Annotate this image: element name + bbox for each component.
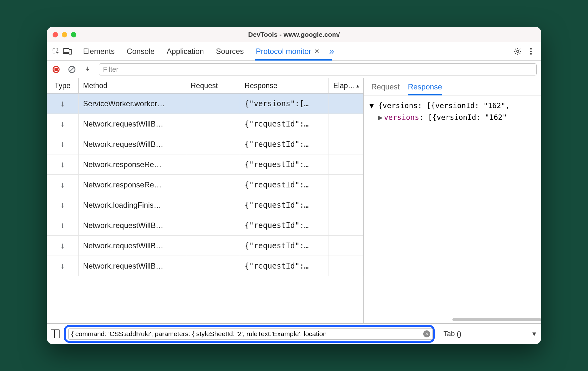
more-menu-icon[interactable] xyxy=(525,48,537,55)
cell-response: {"requestId":… xyxy=(240,114,329,134)
header-request[interactable]: Request xyxy=(186,78,240,93)
svg-point-5 xyxy=(530,48,532,49)
filter-input[interactable] xyxy=(99,63,537,75)
arrow-down-icon: ↓ xyxy=(61,99,65,108)
header-method[interactable]: Method xyxy=(79,78,186,93)
tab-label: Protocol monitor xyxy=(256,47,311,56)
arrow-down-icon: ↓ xyxy=(61,261,65,271)
cell-elapsed xyxy=(329,114,363,134)
clear-input-icon[interactable]: ✕ xyxy=(423,330,430,337)
cell-request xyxy=(186,154,240,174)
horizontal-scrollbar[interactable] xyxy=(364,319,541,323)
caret-right-icon[interactable]: ▶ xyxy=(378,112,384,123)
show-drawer-icon[interactable] xyxy=(51,329,60,338)
tab-application[interactable]: Application xyxy=(165,42,205,60)
maximize-window-button[interactable] xyxy=(71,32,76,37)
cell-method: Network.loadingFinis… xyxy=(79,195,186,215)
cell-request xyxy=(186,134,240,154)
close-window-button[interactable] xyxy=(53,32,58,37)
caret-down-icon[interactable]: ▼ { xyxy=(369,101,383,110)
more-tabs-button[interactable]: » xyxy=(329,46,334,56)
cell-response: {"requestId":… xyxy=(240,175,329,195)
drawer-collapse-icon[interactable]: ▼ xyxy=(531,330,537,338)
cell-type: ↓ xyxy=(47,195,79,215)
tree-key: versions xyxy=(384,113,419,121)
cell-request xyxy=(186,195,240,215)
titlebar: DevTools - www.google.com/ xyxy=(47,27,541,42)
cell-response: {"requestId":… xyxy=(240,154,329,174)
drawer-tab-label: Tab () xyxy=(444,330,461,338)
cell-response: {"requestId":… xyxy=(240,195,329,215)
cell-request xyxy=(186,236,240,256)
cell-method: Network.responseRe… xyxy=(79,175,186,195)
cell-method: Network.requestWillB… xyxy=(79,256,186,276)
minimize-window-button[interactable] xyxy=(62,32,67,37)
header-elapsed[interactable]: Elap…▴ xyxy=(329,78,363,93)
header-response[interactable]: Response xyxy=(240,78,329,93)
cell-method: Network.requestWillB… xyxy=(79,236,186,256)
devtools-window: DevTools - www.google.com/ Elements Cons… xyxy=(47,27,541,344)
cell-type: ↓ xyxy=(47,256,79,276)
cell-method: Network.requestWillB… xyxy=(79,114,186,134)
settings-gear-icon[interactable] xyxy=(512,47,523,55)
svg-rect-1 xyxy=(63,49,69,53)
cell-request xyxy=(186,175,240,195)
table-row[interactable]: ↓Network.requestWillB…{"requestId":… xyxy=(47,134,363,154)
tree-root-line[interactable]: ▼ {versions: [{versionId: "162", xyxy=(369,100,535,112)
download-button[interactable] xyxy=(83,65,93,74)
cell-elapsed xyxy=(329,175,363,195)
cell-request xyxy=(186,256,240,276)
cell-elapsed xyxy=(329,195,363,215)
cell-elapsed xyxy=(329,94,363,114)
tab-protocol-monitor[interactable]: Protocol monitor ✕ xyxy=(255,42,321,60)
table-row[interactable]: ↓Network.requestWillB…{"requestId":… xyxy=(47,215,363,236)
window-title: DevTools - www.google.com/ xyxy=(47,31,541,38)
svg-point-6 xyxy=(530,50,532,52)
command-input-highlight: ✕ xyxy=(64,325,435,343)
table-row[interactable]: ↓Network.loadingFinis…{"requestId":… xyxy=(47,195,363,215)
cell-response: {"requestId":… xyxy=(240,134,329,154)
cell-method: Network.responseRe… xyxy=(79,154,186,174)
cell-elapsed xyxy=(329,236,363,256)
cell-response: {"requestId":… xyxy=(240,236,329,256)
tree-child-line[interactable]: ▶versions: [{versionId: "162" xyxy=(369,112,535,123)
cell-response: {"requestId":… xyxy=(240,215,329,235)
inspect-icon[interactable] xyxy=(51,47,61,56)
cell-response: {"versions":[… xyxy=(240,94,329,114)
command-input[interactable] xyxy=(68,328,433,340)
window-controls xyxy=(53,32,76,37)
table-body[interactable]: ↓ServiceWorker.worker…{"versions":[…↓Net… xyxy=(47,94,363,323)
device-toolbar-icon[interactable] xyxy=(63,47,72,56)
arrow-down-icon: ↓ xyxy=(61,200,65,210)
arrow-down-icon: ↓ xyxy=(61,241,65,251)
tree-key: versions xyxy=(383,101,418,110)
cell-method: Network.requestWillB… xyxy=(79,134,186,154)
tab-console[interactable]: Console xyxy=(125,42,156,60)
detail-tab-request[interactable]: Request xyxy=(371,78,399,95)
cell-type: ↓ xyxy=(47,236,79,256)
detail-tabs: Request Response xyxy=(364,78,541,95)
tab-elements[interactable]: Elements xyxy=(82,42,116,60)
table-row[interactable]: ↓Network.requestWillB…{"requestId":… xyxy=(47,236,363,256)
header-elapsed-label: Elap… xyxy=(333,81,355,90)
tab-sources[interactable]: Sources xyxy=(215,42,245,60)
table-row[interactable]: ↓Network.responseRe…{"requestId":… xyxy=(47,175,363,195)
table-row[interactable]: ↓ServiceWorker.worker…{"versions":[… xyxy=(47,94,363,114)
sort-icon: ▴ xyxy=(356,83,359,89)
detail-body: ▼ {versions: [{versionId: "162", ▶versio… xyxy=(364,95,541,319)
clear-button[interactable] xyxy=(67,65,77,74)
cell-elapsed xyxy=(329,154,363,174)
protocol-toolbar xyxy=(47,61,541,78)
record-button[interactable] xyxy=(51,65,61,74)
cell-type: ↓ xyxy=(47,94,79,114)
table-row[interactable]: ↓Network.responseRe…{"requestId":… xyxy=(47,154,363,175)
table-row[interactable]: ↓Network.requestWillB…{"requestId":… xyxy=(47,114,363,134)
cell-elapsed xyxy=(329,134,363,154)
header-type[interactable]: Type xyxy=(47,78,79,93)
detail-tab-response[interactable]: Response xyxy=(408,78,442,95)
cell-type: ↓ xyxy=(47,215,79,235)
arrow-down-icon: ↓ xyxy=(61,220,65,230)
table-row[interactable]: ↓Network.requestWillB…{"requestId":… xyxy=(47,256,363,276)
close-tab-icon[interactable]: ✕ xyxy=(314,48,320,55)
cell-request xyxy=(186,215,240,235)
